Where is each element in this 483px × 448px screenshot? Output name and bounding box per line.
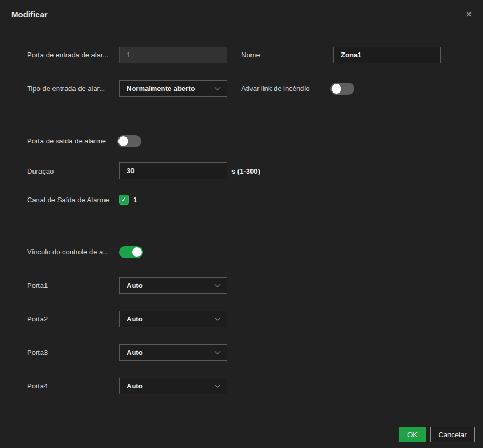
chevron-down-icon xyxy=(214,351,221,354)
door3-label: Porta3 xyxy=(27,348,48,358)
alarm-out-channel-checkbox[interactable]: ✓ xyxy=(119,195,129,205)
dialog-title: Modificar xyxy=(11,0,48,29)
alarm-out-channel-value: 1 xyxy=(133,195,137,205)
name-input[interactable] xyxy=(333,47,441,63)
door2-value: Auto xyxy=(120,315,214,323)
alarm-out-port-toggle[interactable] xyxy=(117,135,141,147)
door4-select[interactable]: Auto xyxy=(119,378,227,394)
fire-link-toggle[interactable] xyxy=(330,83,354,95)
toggle-knob xyxy=(332,84,341,94)
name-label: Nome xyxy=(241,50,260,60)
ok-button[interactable]: OK xyxy=(399,427,426,442)
toggle-knob xyxy=(118,136,128,146)
duration-label: Duração xyxy=(27,167,54,176)
dialog-header: Modificar ✕ xyxy=(0,0,483,29)
door1-label: Porta1 xyxy=(27,281,48,291)
duration-suffix: s (1-300) xyxy=(231,167,260,176)
door1-select[interactable]: Auto xyxy=(119,277,227,294)
fire-link-label: Ativar link de incêndio xyxy=(241,84,309,94)
divider xyxy=(0,419,483,419)
alarm-in-port-input xyxy=(119,47,227,63)
door3-value: Auto xyxy=(120,348,214,357)
toggle-knob xyxy=(132,247,142,257)
divider xyxy=(10,226,473,226)
chevron-down-icon xyxy=(214,317,221,321)
close-icon[interactable]: ✕ xyxy=(463,9,475,21)
chevron-down-icon xyxy=(214,384,221,388)
door2-label: Porta2 xyxy=(27,314,48,324)
cancel-button[interactable]: Cancelar xyxy=(430,427,475,442)
access-control-link-toggle[interactable] xyxy=(119,246,143,258)
door4-label: Porta4 xyxy=(27,381,48,391)
door4-value: Auto xyxy=(120,382,214,390)
alarm-in-type-label: Tipo de entrada de alar... xyxy=(27,84,105,94)
divider xyxy=(10,114,473,114)
door3-select[interactable]: Auto xyxy=(119,344,227,361)
check-icon: ✓ xyxy=(121,196,127,203)
chevron-down-icon xyxy=(214,284,221,287)
modify-dialog: Modificar ✕ Porta de entrada de alar... … xyxy=(0,0,483,448)
duration-input[interactable] xyxy=(119,162,227,179)
alarm-out-port-label: Porta de saída de alarme xyxy=(27,136,106,146)
alarm-out-channel-label: Canal de Saída de Alarme xyxy=(27,195,109,205)
access-control-link-label: Vínculo do controle de a... xyxy=(27,247,109,257)
door1-value: Auto xyxy=(120,281,214,289)
chevron-down-icon xyxy=(214,87,221,90)
alarm-in-type-value: Normalmente aberto xyxy=(120,84,214,93)
alarm-in-port-label: Porta de entrada de alar... xyxy=(27,50,108,60)
alarm-in-type-select[interactable]: Normalmente aberto xyxy=(119,80,227,97)
door2-select[interactable]: Auto xyxy=(119,311,227,327)
